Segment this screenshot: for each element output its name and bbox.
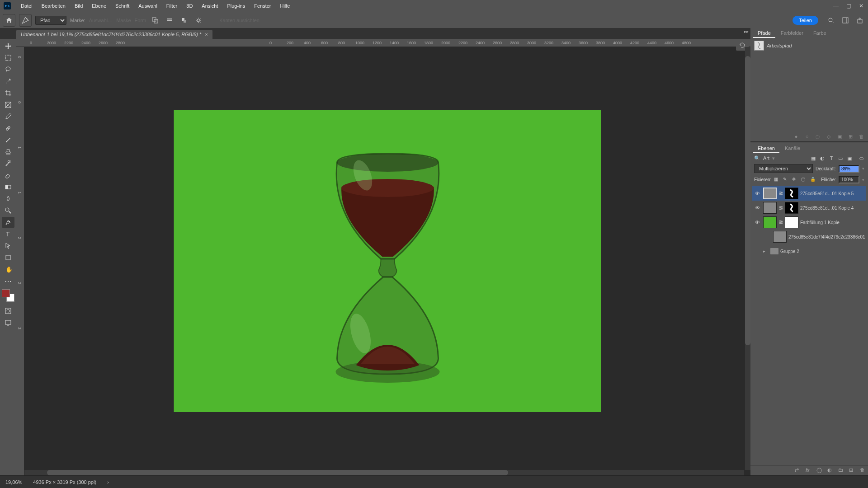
close-tab-icon[interactable]: × <box>205 32 208 37</box>
edge-align-label[interactable]: Kanten ausrichten <box>219 18 259 23</box>
blend-mode-select[interactable]: Multiplizieren <box>754 164 813 173</box>
fill-path-icon[interactable]: ● <box>793 133 799 140</box>
search-icon[interactable] <box>826 15 836 26</box>
visibility-icon[interactable]: 👁 <box>753 189 761 197</box>
dodge-tool[interactable] <box>2 205 14 216</box>
tab-layers[interactable]: Ebenen <box>753 144 779 153</box>
layer-name[interactable]: 275cd85e81d…01 Kopie 5 <box>800 191 865 196</box>
visibility-icon[interactable]: 👁 <box>753 204 761 212</box>
delete-path-icon[interactable]: 🗑 <box>858 133 864 140</box>
quickmask-tool[interactable] <box>2 305 14 316</box>
eyedropper-tool[interactable] <box>2 111 14 122</box>
path-select-tool[interactable] <box>2 240 14 251</box>
link-icon[interactable]: ⛓ <box>778 206 783 210</box>
lock-position-icon[interactable]: ✥ <box>792 177 798 183</box>
mask-button[interactable]: Maske <box>116 18 131 23</box>
lock-pixels-icon[interactable]: ✎ <box>783 177 789 183</box>
hand-tool[interactable]: ✋ <box>2 264 14 275</box>
path-item[interactable]: Arbeitspfad <box>752 40 866 52</box>
fill-input[interactable] <box>839 176 859 183</box>
add-mask-icon[interactable]: ▣ <box>836 133 843 140</box>
menu-item[interactable]: Ansicht <box>197 3 222 9</box>
tab-paths[interactable]: Pfade <box>753 29 775 38</box>
type-tool[interactable]: T <box>2 229 14 239</box>
filter-type-icon[interactable]: T <box>828 155 835 161</box>
path-to-selection-icon[interactable]: ◌ <box>815 133 821 140</box>
layer-item[interactable]: 👁 ⛓ 275cd85e81d…01 Kopie 4 <box>752 201 866 215</box>
search-icon[interactable]: 🔍 <box>754 155 760 161</box>
mask-thumbnail[interactable] <box>785 216 798 228</box>
blur-tool[interactable] <box>2 193 14 204</box>
menu-item[interactable]: 3D <box>182 3 197 9</box>
filter-smart-icon[interactable]: ▣ <box>846 155 853 161</box>
menu-item[interactable]: Bild <box>70 3 87 9</box>
layer-name[interactable]: 275cd85e81dc7f4f4d276c2c23386c01 <box>788 235 865 239</box>
canvas[interactable] <box>174 110 601 412</box>
menu-item[interactable]: Auswahl <box>134 3 162 9</box>
more-tools[interactable]: ⋯ <box>2 276 14 286</box>
horizontal-scrollbar[interactable] <box>24 470 744 475</box>
tab-channels[interactable]: Kanäle <box>780 144 805 153</box>
share-button[interactable]: Teilen <box>793 16 818 25</box>
visibility-icon[interactable]: 👁 <box>753 218 761 226</box>
screenmode-tool[interactable] <box>2 317 14 328</box>
eraser-tool[interactable] <box>2 170 14 181</box>
layer-name[interactable]: Farbfüllung 1 Kopie <box>800 220 865 225</box>
new-layer-icon[interactable]: ⊞ <box>849 467 855 474</box>
home-button[interactable] <box>3 14 15 27</box>
lasso-tool[interactable] <box>2 64 14 75</box>
lock-artboard-icon[interactable]: ▢ <box>801 177 807 183</box>
marquee-tool[interactable] <box>2 52 14 63</box>
menu-item[interactable]: Fenster <box>250 3 275 9</box>
layer-thumbnail[interactable] <box>763 188 777 199</box>
frame-tool[interactable] <box>2 99 14 110</box>
color-swatches[interactable] <box>2 289 14 302</box>
layer-item[interactable]: 👁 ⛓ Farbfüllung 1 Kopie <box>752 215 866 230</box>
collapse-panels-icon[interactable]: ▸▸ <box>744 29 749 34</box>
visibility-icon[interactable] <box>753 247 761 255</box>
pen-tool[interactable] <box>2 217 14 228</box>
menu-item[interactable]: Ebene <box>87 3 111 9</box>
maximize-icon[interactable]: ▢ <box>845 3 852 9</box>
minimize-icon[interactable]: — <box>833 3 839 9</box>
stroke-path-icon[interactable]: ○ <box>804 133 810 140</box>
gradient-tool[interactable] <box>2 182 14 192</box>
shape-button[interactable]: Form <box>135 18 146 23</box>
new-path-icon[interactable]: ⊞ <box>847 133 854 140</box>
menu-item[interactable]: Plug-ins <box>222 3 250 9</box>
scrollbar-thumb[interactable] <box>745 56 750 345</box>
stamp-tool[interactable] <box>2 146 14 157</box>
move-tool[interactable] <box>2 41 14 52</box>
lock-transparency-icon[interactable]: ▦ <box>774 177 780 183</box>
path-op-icon[interactable] <box>150 15 160 26</box>
tab-color[interactable]: Farbe <box>809 29 831 38</box>
shape-tool[interactable] <box>2 252 14 263</box>
expand-icon[interactable]: ▸ <box>763 249 769 253</box>
wand-tool[interactable] <box>2 76 14 87</box>
tool-preset-button[interactable] <box>19 14 32 27</box>
path-mode-select[interactable]: Pfad <box>35 16 66 25</box>
vertical-ruler[interactable]: 0 0 1 1 2 2 3 <box>16 47 24 475</box>
lock-all-icon[interactable]: 🔒 <box>810 177 816 183</box>
delete-layer-icon[interactable]: 🗑 <box>860 467 866 474</box>
workspace-icon[interactable] <box>840 15 851 26</box>
scrollbar-thumb[interactable] <box>47 470 508 475</box>
path-arrange-icon[interactable] <box>179 15 189 26</box>
menu-item[interactable]: Filter <box>162 3 182 9</box>
menu-item[interactable]: Schrift <box>111 3 134 9</box>
close-icon[interactable]: ✕ <box>858 3 864 9</box>
fg-color-swatch[interactable] <box>2 289 10 297</box>
layer-thumbnail[interactable] <box>773 231 787 243</box>
mask-thumbnail[interactable] <box>785 202 798 214</box>
fx-icon[interactable]: fx <box>806 467 812 474</box>
menu-item[interactable]: Hilfe <box>275 3 294 9</box>
document-tab[interactable]: Unbenannt-1 bei 19,1% (275cd85e81dc7f4f4… <box>16 30 212 39</box>
visibility-icon[interactable] <box>753 233 761 241</box>
mask-thumbnail[interactable] <box>785 188 798 199</box>
link-icon[interactable]: ⛓ <box>778 191 783 196</box>
crop-tool[interactable] <box>2 88 14 99</box>
link-layers-icon[interactable]: ⇄ <box>795 467 801 474</box>
brush-tool[interactable] <box>2 135 14 145</box>
menu-item[interactable]: Datei <box>16 3 37 9</box>
layer-thumbnail[interactable] <box>763 216 777 228</box>
